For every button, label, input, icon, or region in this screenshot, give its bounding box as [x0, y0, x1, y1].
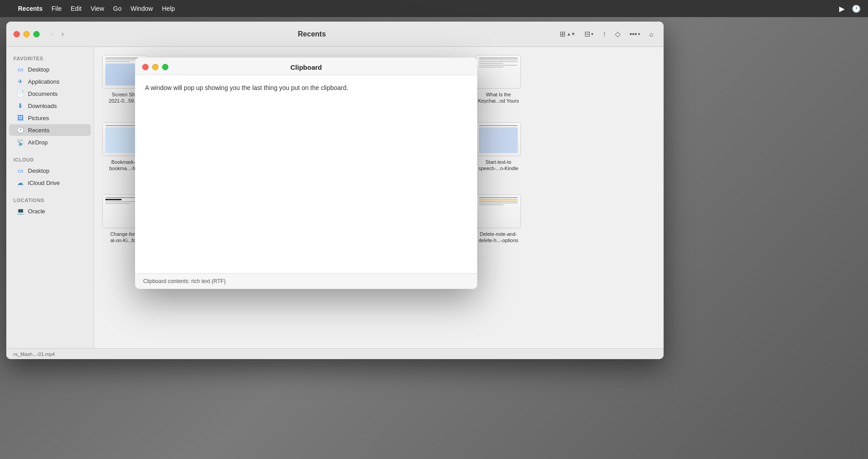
icon-view-button[interactable]: ⊞ ▲▼: [557, 28, 578, 40]
icloud-label: iCloud: [6, 153, 94, 164]
forward-button[interactable]: ›: [59, 27, 67, 40]
file-thumbnail: [476, 122, 521, 156]
documents-icon: 📄: [16, 90, 24, 97]
maximize-button[interactable]: [33, 31, 40, 37]
dialog-traffic-lights: [142, 64, 168, 70]
time-machine-icon[interactable]: 🕐: [852, 4, 861, 13]
sidebar-item-documents[interactable]: 📄 Documents: [9, 88, 91, 99]
menubar: Recents File Edit View Go Window Help ▶ …: [0, 0, 868, 17]
file-item[interactable]: Delete-note-and-delete-h...-options: [472, 191, 524, 248]
recents-icon: 🕐: [16, 126, 24, 134]
menubar-right-icons: ▶ 🕐: [839, 4, 861, 13]
search-icon: ⌕: [649, 30, 654, 38]
dialog-minimize-button[interactable]: [152, 64, 158, 70]
video-file-label: rs_Mash...-01.mp4: [14, 351, 55, 357]
desktop-icon: ▭: [16, 66, 24, 73]
menu-file[interactable]: File: [51, 5, 62, 12]
clipboard-dialog: Clipboard A window will pop up showing y…: [135, 58, 477, 289]
sidebar-pictures-label: Pictures: [28, 115, 49, 122]
icloud-desktop-icon: ▭: [16, 167, 24, 174]
locations-label: Locations: [6, 194, 94, 205]
file-name: What Is theKeychai...nd Yours: [478, 91, 519, 104]
file-item[interactable]: What Is theKeychai...nd Yours: [472, 51, 524, 108]
grid-view-icon: ⊞: [560, 30, 565, 38]
applications-icon: ✈: [16, 78, 24, 85]
minimize-button[interactable]: [23, 31, 30, 37]
ellipsis-icon: •••: [629, 30, 637, 38]
sidebar-item-pictures[interactable]: 🖼 Pictures: [9, 112, 91, 124]
file-thumbnail: [476, 194, 521, 228]
group-icon: ⊟: [584, 30, 590, 38]
sidebar-item-applications[interactable]: ✈ Applications: [9, 76, 91, 87]
search-button[interactable]: ⌕: [646, 28, 656, 40]
menu-help[interactable]: Help: [162, 5, 175, 12]
sidebar-item-desktop[interactable]: ▭ Desktop: [9, 63, 91, 75]
more-options-button[interactable]: ••• ▾: [627, 28, 643, 40]
sidebar-item-icloud-drive[interactable]: ☁ iCloud Drive: [9, 177, 91, 189]
more-chevron-icon: ▾: [638, 32, 640, 36]
finder-toolbar: ‹ › Recents ⊞ ▲▼ ⊟ ▾ ↑ ◇ ••• ▾: [6, 22, 664, 47]
computer-icon: 💻: [16, 207, 24, 215]
finder-statusbar: rs_Mash...-01.mp4: [6, 348, 664, 359]
menu-go[interactable]: Go: [113, 5, 122, 12]
menu-edit[interactable]: Edit: [71, 5, 81, 12]
dialog-footer: Clipboard contents: rich text (RTF): [135, 273, 477, 289]
file-item[interactable]: Start-text-tospeech-...n-Kindle: [472, 119, 524, 176]
dialog-title: Clipboard: [290, 63, 322, 71]
dialog-body: A window will pop up showing you the las…: [135, 75, 477, 273]
close-button[interactable]: [14, 31, 20, 37]
sidebar-oracle-label: Oracle: [28, 208, 45, 215]
sidebar-desktop-label: Desktop: [28, 66, 50, 73]
file-thumbnail: [476, 55, 521, 89]
tag-icon: ◇: [615, 30, 620, 38]
toolbar-nav: ‹ ›: [49, 27, 67, 40]
sidebar-icloud-drive-label: iCloud Drive: [28, 180, 60, 186]
sidebar-applications-label: Applications: [28, 78, 59, 85]
file-name: Start-text-tospeech-...n-Kindle: [479, 159, 519, 172]
downloads-icon: ⬇: [16, 102, 24, 109]
sidebar-item-downloads[interactable]: ⬇ Downloads: [9, 100, 91, 112]
clipboard-description: A window will pop up showing you the las…: [145, 84, 348, 91]
share-button[interactable]: ↑: [600, 28, 609, 40]
toolbar-title: Recents: [72, 30, 552, 38]
clipboard-contents-label: Clipboard contents: rich text (RTF): [143, 278, 226, 284]
sidebar-icloud-desktop-label: Desktop: [28, 167, 50, 174]
icloud-drive-icon: ☁: [16, 179, 24, 186]
dialog-titlebar: Clipboard: [135, 58, 477, 75]
play-icon[interactable]: ▶: [839, 4, 845, 13]
sidebar-item-recents[interactable]: 🕐 Recents: [9, 124, 91, 136]
menu-window[interactable]: Window: [131, 5, 153, 12]
sidebar-item-airdrop[interactable]: 📡 AirDrop: [9, 136, 91, 148]
back-button[interactable]: ‹: [49, 27, 57, 40]
menu-finder[interactable]: Recents: [18, 5, 42, 12]
sidebar-recents-label: Recents: [28, 127, 50, 134]
menu-view[interactable]: View: [90, 5, 104, 12]
tag-button[interactable]: ◇: [612, 28, 623, 40]
sidebar: Favorites ▭ Desktop ✈ Applications 📄 Doc…: [6, 47, 94, 348]
favorites-label: Favorites: [6, 52, 94, 63]
group-chevron-icon: ▾: [591, 32, 593, 36]
dialog-close-button[interactable]: [142, 64, 149, 70]
sidebar-item-icloud-desktop[interactable]: ▭ Desktop: [9, 165, 91, 176]
share-icon: ↑: [602, 30, 606, 38]
file-name: Delete-note-and-delete-h...-options: [479, 231, 518, 244]
toolbar-actions: ⊞ ▲▼ ⊟ ▾ ↑ ◇ ••• ▾ ⌕: [557, 28, 656, 40]
airdrop-icon: 📡: [16, 139, 24, 146]
sidebar-airdrop-label: AirDrop: [28, 139, 48, 146]
pictures-icon: 🖼: [16, 114, 24, 122]
group-view-button[interactable]: ⊟ ▾: [582, 28, 596, 40]
sidebar-item-oracle[interactable]: 💻 Oracle: [9, 205, 91, 217]
view-chevron-icon: ▲▼: [566, 32, 575, 36]
sidebar-downloads-label: Downloads: [28, 103, 57, 109]
sidebar-documents-label: Documents: [28, 90, 58, 97]
dialog-maximize-button[interactable]: [162, 64, 168, 70]
traffic-lights: [14, 31, 40, 37]
